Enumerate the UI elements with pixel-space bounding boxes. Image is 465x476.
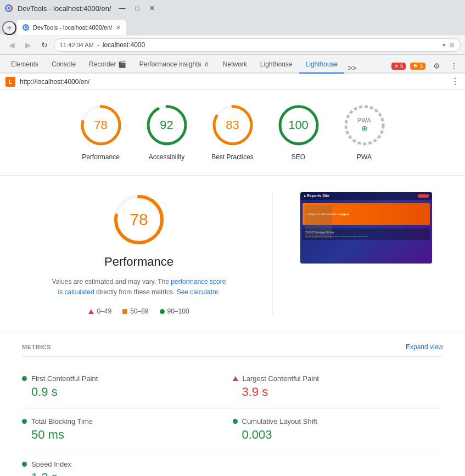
perf-big-circle: 78 [111, 192, 166, 247]
metric-si-label-row: Speed Index [22, 460, 222, 468]
metric-tbt-label-row: Total Blocking Time [22, 417, 222, 425]
close-button[interactable]: ✕ [146, 3, 158, 13]
stop-icon[interactable]: ⊘ [449, 41, 455, 49]
average-square-icon [122, 309, 127, 314]
expand-view-button[interactable]: Expand view [406, 343, 443, 351]
browser-favicon [4, 4, 13, 13]
metric-cls-label-row: Cumulative Layout Shift [233, 417, 433, 425]
address-separator: - [97, 41, 99, 49]
warning-flag-icon: ⚑ [413, 63, 418, 69]
title-bar-title: DevTools - localhost:4000/en/ [18, 4, 111, 13]
preview-site-logo: ● Esports Site [304, 194, 329, 198]
score-value-performance: 78 [94, 118, 107, 132]
metric-cls: Cumulative Layout Shift 0.003 [233, 408, 444, 451]
preview-character-image [305, 205, 332, 238]
score-item-best-practices: 83 Best Practices [211, 103, 255, 162]
tab-lighthouse[interactable]: Lighthouse [299, 56, 345, 74]
metric-tbt-label: Total Blocking Time [31, 417, 93, 425]
section-divider [272, 192, 273, 315]
tab-performance-insights[interactable]: Performance insights 🕯 [133, 56, 216, 74]
svg-point-2 [8, 7, 10, 10]
score-label-accessibility: Accessibility [149, 153, 184, 162]
address-bar[interactable]: 11:42:04 AM - localhost:4000 ▾ ⊘ [54, 38, 461, 52]
score-circle-best-practices: 83 [211, 103, 255, 147]
perf-section-title: Performance [104, 255, 173, 269]
score-circle-pwa: PWA ⊕ [343, 103, 386, 147]
svg-text:L: L [9, 79, 12, 85]
breadcrumb-more-icon[interactable]: ⋮ [451, 76, 460, 87]
reload-button[interactable]: ↻ [37, 38, 52, 52]
new-tab-button[interactable]: + [2, 21, 16, 35]
forward-button[interactable]: ▶ [21, 38, 35, 52]
metric-fcp: First Contentful Paint 0.9 s [22, 366, 233, 408]
breadcrumb-url: http://localhost:4000/en/ [20, 78, 89, 86]
score-value-seo: 100 [288, 118, 309, 132]
score-label-performance: Performance [82, 153, 120, 162]
tab-recorder[interactable]: Recorder 🎬 [82, 56, 133, 74]
tab-network[interactable]: Lighthouse [254, 56, 299, 74]
metrics-section: METRICS Expand view First Contentful Pai… [0, 332, 465, 476]
score-value-accessibility: 92 [160, 118, 173, 132]
title-bar: DevTools - localhost:4000/en/ — □ ✕ [0, 0, 465, 16]
score-label-seo: SEO [292, 153, 305, 162]
legend-pass: 90–100 [160, 307, 189, 315]
score-circle-performance: 78 [79, 103, 123, 147]
metric-lcp-label-row: Largest Contentful Paint [233, 374, 433, 383]
settings-icon[interactable]: ⚙ [430, 59, 443, 72]
metric-cls-value: 0.003 [233, 428, 433, 442]
tab-bar: + DevTools - localhost:4000/en/ ✕ [0, 16, 465, 35]
score-item-performance: 78 Performance [79, 103, 123, 162]
pwa-plus-icon: ⊕ [357, 125, 371, 133]
metric-lcp-status-icon [233, 376, 238, 381]
score-value-best-practices: 83 [226, 118, 239, 132]
metric-si-label: Speed Index [31, 460, 71, 468]
breadcrumb-bar: L http://localhost:4000/en/ ⋮ [0, 74, 465, 90]
tab-elements[interactable]: Elements [4, 56, 45, 74]
site-preview-thumbnail: ● Esports Site « Esports Business League… [300, 192, 432, 264]
main-content: 78 Performance 92 Accessibility [0, 90, 465, 476]
svg-point-5 [25, 26, 27, 29]
maximize-button[interactable]: □ [132, 3, 143, 13]
error-x-icon: ✕ [394, 63, 399, 69]
tab-close-icon[interactable]: ✕ [116, 24, 121, 31]
score-label-best-practices: Best Practices [211, 153, 254, 162]
metric-lcp-label: Largest Contentful Paint [243, 374, 319, 383]
metric-fcp-status-icon [22, 376, 27, 381]
browser-tab[interactable]: DevTools - localhost:4000/en/ ✕ [16, 20, 126, 35]
legend-average: 50–89 [122, 307, 148, 315]
back-button[interactable]: ◀ [4, 38, 19, 52]
performance-detail-section: 78 Performance Values are estimated and … [0, 176, 465, 332]
tab-title: DevTools - localhost:4000/en/ [33, 24, 113, 31]
minimize-button[interactable]: — [116, 3, 129, 13]
perf-legend: 0–49 50–89 90–100 [88, 307, 189, 315]
perf-description: Values are estimated and may vary. The p… [51, 277, 227, 298]
breadcrumb-favicon: L [5, 77, 15, 87]
metric-si-value: 1.2 s [22, 471, 222, 476]
score-circle-accessibility: 92 [145, 103, 189, 147]
error-badge[interactable]: ✕ 5 [391, 63, 406, 70]
preview-cta-button [418, 194, 429, 198]
more-options-icon[interactable]: ⋮ [447, 59, 461, 72]
score-item-pwa: PWA ⊕ PWA [343, 103, 386, 162]
metric-fcp-label: First Contentful Paint [31, 374, 98, 383]
perf-big-value: 78 [130, 210, 148, 229]
more-tabs-button[interactable]: >> [344, 64, 360, 72]
dropdown-arrow-icon[interactable]: ▾ [442, 41, 446, 49]
warning-badge[interactable]: ⚑ 3 [410, 63, 425, 70]
tab-console[interactable]: Console [45, 56, 82, 74]
metric-tbt: Total Blocking Time 50 ms [22, 408, 233, 451]
address-time: 11:42:04 AM [60, 42, 94, 48]
devtools-nav: Elements Console Recorder 🎬 Performance … [0, 55, 465, 74]
pass-circle-icon [160, 309, 165, 314]
metric-cls-label: Cumulative Layout Shift [242, 417, 317, 425]
perf-calculator-link[interactable]: See calculator. [177, 288, 220, 296]
score-circle-seo: 100 [277, 103, 321, 147]
tab-favicon [22, 24, 30, 31]
perf-preview-panel: ● Esports Site « Esports Business League… [300, 192, 432, 315]
tab-sources[interactable]: Network [216, 56, 254, 74]
legend-fail: 0–49 [88, 307, 111, 315]
metric-si: Speed Index 1.2 s [22, 451, 233, 476]
pwa-label-text: PWA [357, 117, 371, 124]
metrics-grid: First Contentful Paint 0.9 s Largest Con… [22, 366, 443, 476]
devtools-icons: ✕ 5 ⚑ 3 ⚙ ⋮ [391, 59, 461, 72]
